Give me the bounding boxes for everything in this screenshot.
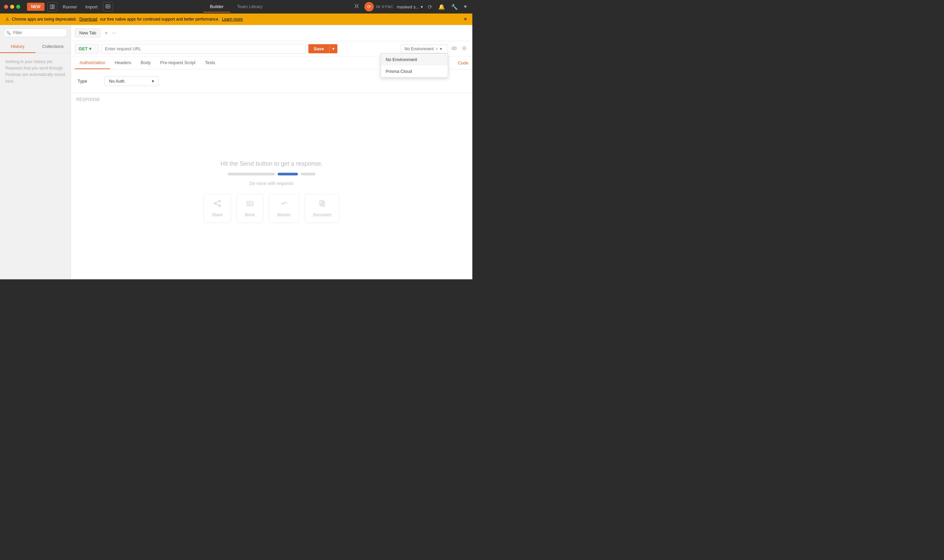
method-dropdown-icon: ▾ — [89, 46, 91, 51]
auth-type-dropdown-icon: ▾ — [152, 78, 154, 84]
action-card-monitor[interactable]: Monitor — [269, 194, 299, 223]
tab-history[interactable]: History — [0, 40, 35, 53]
tab-team-library[interactable]: Team Library — [231, 2, 269, 12]
banner-close-button[interactable]: × — [464, 16, 467, 22]
tab-collections[interactable]: Collections — [35, 40, 71, 53]
bell-icon-button[interactable]: 🔔 — [437, 2, 446, 11]
sync-icon: ⟳ — [364, 2, 374, 11]
environment-gear-icon-button[interactable] — [460, 44, 468, 54]
svg-line-8 — [355, 4, 355, 5]
titlebar-right: ⟳ IN SYNC masked s... ▾ ⟳ 🔔 🔧 ♥ — [352, 2, 468, 12]
learn-more-link[interactable]: Learn more — [222, 17, 243, 22]
share-label: Share — [212, 212, 223, 217]
response-illustration — [228, 173, 315, 175]
titlebar: NEW Runner Import Builder Team Library — [0, 0, 472, 14]
minimize-traffic-light[interactable] — [10, 5, 14, 9]
gear-icon — [461, 46, 467, 51]
share-icon — [214, 200, 221, 209]
illustration-bar-center — [278, 173, 298, 175]
account-button[interactable]: masked s... ▾ — [397, 5, 423, 9]
import-button[interactable]: Import — [83, 3, 100, 11]
env-option-prisma-cloud[interactable]: Prisma Cloud — [381, 65, 448, 77]
auth-type-select[interactable]: No Auth ▾ — [105, 76, 158, 86]
environment-eye-icon-button[interactable] — [450, 44, 458, 54]
new-tab-icon — [106, 5, 110, 9]
subtab-body[interactable]: Body — [136, 57, 155, 69]
tab-builder[interactable]: Builder — [203, 2, 230, 12]
url-input[interactable] — [101, 44, 306, 54]
heart-icon-button[interactable]: ♥ — [463, 2, 469, 11]
response-section-label: Response — [71, 93, 472, 104]
sidebar-empty-text: Nothing in your history yet. Requests th… — [5, 59, 65, 84]
account-label: masked s... — [397, 5, 419, 9]
request-tab[interactable]: New Tab — [75, 28, 100, 37]
add-tab-button[interactable]: + — [103, 29, 109, 37]
new-tab-icon-button[interactable] — [103, 2, 113, 11]
sidebar-tabs: History Collections — [0, 40, 71, 53]
svg-point-7 — [355, 5, 358, 7]
env-option-no-environment[interactable]: No Environment — [381, 54, 448, 65]
method-select[interactable]: GET ▾ — [75, 44, 98, 54]
subtab-tests[interactable]: Tests — [200, 57, 220, 69]
subtabs-left: Authorization Headers Body Pre-request S… — [75, 57, 220, 69]
environment-dropdown-button[interactable]: No Environment × ▾ — [401, 45, 448, 53]
svg-point-15 — [218, 200, 220, 202]
subtab-authorization[interactable]: Authorization — [75, 57, 110, 69]
maximize-traffic-light[interactable] — [16, 5, 20, 9]
environment-selector-area: No Environment × ▾ No Environment Prisma… — [401, 44, 468, 54]
wrench-icon-button[interactable]: 🔧 — [450, 2, 459, 11]
save-button[interactable]: Save — [308, 44, 329, 53]
illustration-bar-left — [228, 173, 275, 175]
main-content: New Tab + ··· GET ▾ Save ▾ — [71, 25, 472, 279]
satellite-icon-button[interactable] — [352, 2, 361, 12]
main-layout: History Collections Nothing in your hist… — [0, 25, 472, 279]
traffic-lights — [4, 5, 20, 9]
svg-line-18 — [215, 202, 218, 203]
banner-text: Chrome apps are being deprecated. — [12, 17, 77, 22]
action-card-mock[interactable]: Mock — [237, 194, 263, 223]
svg-line-11 — [358, 7, 359, 8]
warning-icon: ⚠ — [5, 17, 9, 22]
send-dropdown-button[interactable]: ▾ — [329, 44, 337, 53]
code-link-button[interactable]: Code — [458, 57, 468, 69]
svg-rect-1 — [52, 5, 54, 6]
action-card-share[interactable]: Share — [203, 194, 231, 223]
mock-label: Mock — [245, 212, 255, 217]
refresh-icon-button[interactable]: ⟳ — [426, 2, 434, 11]
svg-point-14 — [463, 47, 465, 49]
action-cards: Share Mock — [203, 194, 340, 223]
document-icon — [318, 200, 326, 209]
search-input[interactable] — [3, 28, 67, 37]
download-link[interactable]: Download — [79, 17, 97, 22]
environment-clear-button[interactable]: × — [435, 46, 438, 51]
runner-button[interactable]: Runner — [60, 3, 80, 11]
account-dropdown-icon: ▾ — [421, 5, 423, 9]
deprecation-banner: ⚠ Chrome apps are being deprecated. Down… — [0, 14, 472, 25]
action-card-document[interactable]: Document — [304, 194, 340, 223]
svg-rect-21 — [248, 203, 250, 204]
titlebar-center-nav: Builder Team Library — [203, 2, 269, 12]
layout-icon-button[interactable] — [47, 2, 57, 11]
svg-point-13 — [454, 48, 455, 49]
svg-line-9 — [358, 4, 359, 5]
svg-line-10 — [355, 7, 355, 8]
svg-rect-24 — [320, 200, 323, 205]
auth-type-label: Type — [78, 78, 98, 84]
subtab-pre-request-script[interactable]: Pre-request Script — [155, 57, 200, 69]
monitor-icon — [280, 200, 288, 209]
document-label: Document — [313, 212, 332, 217]
svg-point-12 — [452, 47, 457, 49]
more-tab-button[interactable]: ··· — [111, 29, 118, 37]
banner-text2: our free native apps for continued suppo… — [100, 17, 220, 22]
illustration-bar-right — [301, 173, 315, 175]
close-traffic-light[interactable] — [4, 5, 8, 9]
search-wrap — [3, 28, 67, 37]
subtab-headers[interactable]: Headers — [110, 57, 136, 69]
do-more-label: Do more with requests — [250, 181, 294, 186]
method-label: GET — [78, 46, 88, 51]
sync-label: IN SYNC — [376, 5, 394, 9]
sidebar-empty-state: Nothing in your history yet. Requests th… — [0, 53, 71, 90]
titlebar-left: NEW Runner Import — [27, 2, 113, 11]
svg-line-19 — [215, 204, 218, 205]
new-button[interactable]: NEW — [27, 3, 45, 11]
